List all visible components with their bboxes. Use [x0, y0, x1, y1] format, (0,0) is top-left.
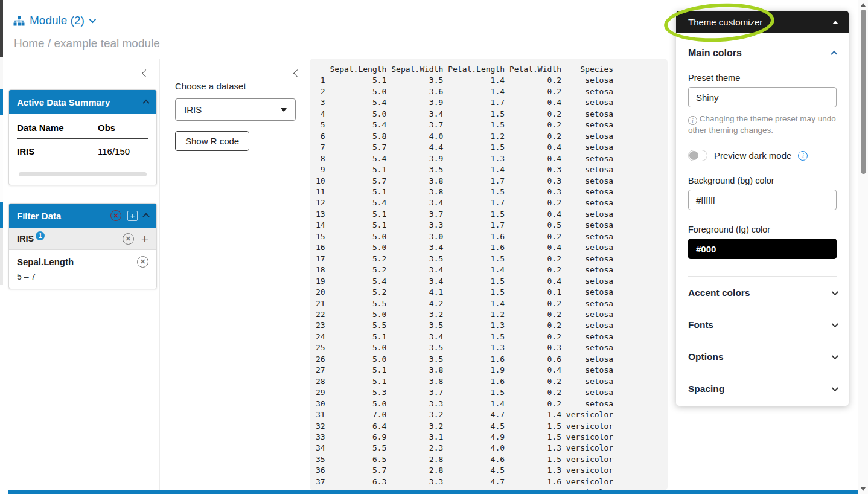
- dark-mode-label: Preview dark mode: [714, 150, 791, 161]
- dataset-output-panel: Sepal.Length Sepal.Width Petal.Length Pe…: [310, 59, 668, 490]
- chevron-left-icon: [142, 69, 150, 77]
- vertical-scrollbar[interactable]: [858, 0, 868, 494]
- sitemap-icon: [13, 16, 25, 26]
- add-variable-filter-icon[interactable]: +: [141, 233, 148, 245]
- module-label: Module (2): [30, 14, 85, 27]
- info-icon: i: [688, 116, 697, 125]
- remove-all-filters-icon[interactable]: ✕: [110, 210, 121, 221]
- filter-dataset-row: IRIS 1 ✕ +: [9, 228, 156, 250]
- column-header-data-name: Data Name: [17, 123, 98, 133]
- add-filter-icon[interactable]: +: [127, 211, 138, 221]
- scrollbar-thumb[interactable]: [861, 10, 866, 174]
- collapse-encoding-panel-button[interactable]: [295, 68, 300, 79]
- preset-theme-value: Shiny: [696, 92, 719, 103]
- scroll-up-arrow-icon[interactable]: [861, 3, 866, 7]
- collapse-triangle-icon: [832, 21, 838, 24]
- dataset-name-cell: IRIS: [17, 146, 98, 156]
- bg-color-label: Background (bg) color: [688, 176, 837, 185]
- chevron-down-icon: [832, 353, 838, 359]
- encoding-panel: Choose a dataset IRIS Show R code: [159, 59, 310, 490]
- info-icon[interactable]: i: [798, 151, 808, 161]
- preset-info-text: i Changing the theme preset may undo oth…: [688, 114, 837, 136]
- filter-count-badge: 1: [36, 231, 45, 240]
- chevron-left-icon: [293, 69, 301, 77]
- options-title: Options: [688, 351, 724, 362]
- horizontal-scrollbar[interactable]: [19, 172, 147, 176]
- chevron-up-icon: [831, 51, 837, 57]
- obs-count-cell: 116/150: [98, 146, 148, 156]
- active-data-summary-card: Active Data Summary Data Name Obs IRIS 1…: [8, 89, 157, 185]
- fonts-section-header[interactable]: Fonts: [688, 309, 837, 341]
- dataset-select-value: IRIS: [184, 104, 202, 115]
- theme-customizer-panel: Theme customizer Main colors Preset them…: [676, 11, 849, 406]
- remove-variable-filter-icon[interactable]: ✕: [137, 256, 148, 268]
- filter-data-card: Filter Data ✕ + IRIS 1 ✕ + S: [8, 203, 157, 289]
- collapse-left-panel-button[interactable]: [143, 68, 148, 79]
- breadcrumb-current: example teal module: [54, 37, 160, 50]
- chevron-up-icon: [142, 213, 149, 220]
- active-data-summary-header[interactable]: Active Data Summary: [9, 90, 156, 114]
- filter-variable-card: Sepal.Length ✕ 5 – 7: [9, 250, 156, 289]
- left-edge-artifact: [0, 0, 3, 494]
- toggle-knob: [689, 151, 698, 160]
- dataset-select[interactable]: IRIS: [175, 98, 296, 121]
- fg-color-input[interactable]: #000: [688, 239, 837, 259]
- app-window: Module (2) Home / example teal module Ac…: [0, 0, 868, 494]
- bg-color-input[interactable]: #ffffff: [688, 190, 837, 210]
- accent-colors-section-header[interactable]: Accent colors: [688, 277, 837, 309]
- accent-colors-title: Accent colors: [688, 287, 750, 298]
- scroll-down-arrow-icon[interactable]: [861, 487, 866, 491]
- bottom-accent-strip: [8, 490, 858, 494]
- column-header-obs: Obs: [98, 123, 148, 133]
- chevron-down-icon: [832, 321, 838, 327]
- active-data-summary-title: Active Data Summary: [17, 97, 110, 107]
- show-r-code-button[interactable]: Show R code: [175, 131, 249, 151]
- bg-color-value: #ffffff: [696, 195, 715, 205]
- chevron-down-icon: [89, 16, 96, 23]
- caret-down-icon: [281, 108, 287, 112]
- filter-dataset-name: IRIS: [17, 234, 34, 243]
- filter-sidebar: Active Data Summary Data Name Obs IRIS 1…: [8, 59, 158, 490]
- spacing-section-header[interactable]: Spacing: [688, 373, 837, 405]
- fonts-title: Fonts: [688, 319, 713, 330]
- dataset-select-label: Choose a dataset: [175, 81, 295, 91]
- dark-mode-toggle[interactable]: [688, 150, 707, 161]
- breadcrumb: Home / example teal module: [14, 37, 160, 50]
- preset-theme-select[interactable]: Shiny: [688, 87, 837, 107]
- fg-color-value: #000: [696, 244, 716, 254]
- chevron-down-icon: [832, 385, 838, 391]
- active-data-summary-body: Data Name Obs IRIS 116/150: [9, 114, 156, 185]
- filter-variable-name: Sepal.Length: [17, 257, 74, 267]
- chevron-up-icon: [142, 100, 149, 106]
- dataset-table: Sepal.Length Sepal.Width Petal.Length Pe…: [310, 59, 668, 490]
- spacing-title: Spacing: [688, 383, 724, 394]
- filter-data-title: Filter Data: [17, 211, 61, 221]
- module-dropdown[interactable]: Module (2): [13, 14, 94, 27]
- table-row: IRIS 116/150: [17, 139, 148, 156]
- main-colors-title: Main colors: [688, 48, 742, 59]
- filter-variable-range: 5 – 7: [17, 272, 148, 281]
- breadcrumb-separator: /: [45, 37, 54, 50]
- remove-dataset-filters-icon[interactable]: ✕: [123, 233, 134, 245]
- breadcrumb-home[interactable]: Home: [14, 37, 45, 50]
- chevron-down-icon: [832, 289, 838, 295]
- options-section-header[interactable]: Options: [688, 341, 837, 373]
- preset-theme-label: Preset theme: [688, 73, 837, 83]
- filter-data-header[interactable]: Filter Data ✕ +: [9, 204, 156, 228]
- fg-color-label: Foreground (fg) color: [688, 225, 837, 234]
